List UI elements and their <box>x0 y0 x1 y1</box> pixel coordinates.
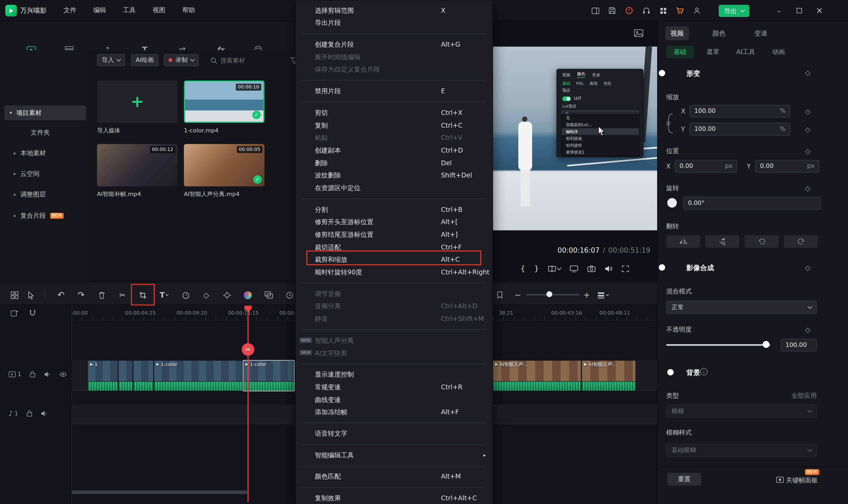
keyframe-diamond-icon[interactable]: ◇ <box>805 148 810 155</box>
keyframe-tool-icon[interactable]: ◇ <box>200 288 213 302</box>
zoom-slider-handle[interactable] <box>546 291 552 297</box>
volume-icon[interactable] <box>605 265 612 272</box>
menu-item-split[interactable]: 分割Ctrl+B <box>296 203 492 216</box>
close-button[interactable]: × <box>812 3 827 18</box>
display-device-icon[interactable] <box>570 265 578 272</box>
keyframe-diamond-icon[interactable]: ◇ <box>805 326 810 333</box>
media-tile-ai-interpolation[interactable]: 00:00:12 <box>97 144 178 186</box>
flip-vertical-button[interactable] <box>705 235 739 248</box>
store-cart-icon[interactable] <box>674 5 686 16</box>
timeline-clip[interactable] <box>119 361 133 391</box>
timeline-clip[interactable]: ▶1-color <box>154 361 242 391</box>
playhead-line[interactable] <box>247 306 249 502</box>
add-to-timeline-icon[interactable] <box>10 309 19 317</box>
blend-mode-dropdown[interactable]: 正常 <box>666 301 817 314</box>
menu-item-cut[interactable]: 剪切Ctrl+X <box>296 106 492 119</box>
opacity-field[interactable]: 100.00 <box>781 339 817 352</box>
zoom-slider-track[interactable] <box>526 294 579 295</box>
blur-style-dropdown[interactable]: 基础模糊 <box>666 444 817 457</box>
rotate-ccw-button[interactable] <box>745 235 779 248</box>
timeline-clip[interactable] <box>134 361 153 391</box>
menu-item-ripple-delete[interactable]: 波纹删除Shift+Del <box>296 169 492 182</box>
menu-item-copy-effects[interactable]: 复制效果Ctrl+Alt+C <box>296 492 492 504</box>
rotate-field[interactable]: 0.00° <box>683 197 821 210</box>
lut-toggle[interactable] <box>562 96 571 101</box>
lock-track-icon[interactable] <box>27 410 33 417</box>
menu-item-reveal-in-library[interactable]: 在资源区中定位 <box>296 182 492 194</box>
menu-item-disable-clip[interactable]: 禁用片段E <box>296 85 492 97</box>
tab-speed-props[interactable]: 变速 <box>749 26 773 40</box>
sidebar-item-compound-clip[interactable]: ▸ 复合片段 NEW <box>14 212 64 219</box>
tab-video-props[interactable]: 视频 <box>665 26 689 40</box>
keyframe-panel-button[interactable]: 关键帧面板 <box>786 477 818 483</box>
menu-item-export-clip[interactable]: 导出片段 <box>296 17 492 29</box>
color-tool-icon[interactable] <box>241 288 255 302</box>
account-user-icon[interactable] <box>691 5 703 16</box>
keyframe-diamond-icon[interactable]: ◇ <box>805 108 810 115</box>
keyframe-diamond-icon[interactable]: ◇ <box>805 185 810 192</box>
menu-item-add-freeze-frame[interactable]: 添加冻结帧Alt+F <box>296 406 492 418</box>
export-button[interactable]: 导出 <box>719 5 749 17</box>
sidebar-item-project-media[interactable]: ▾ 项目素材 <box>4 105 86 120</box>
opacity-slider-handle[interactable] <box>763 341 769 348</box>
menu-tools[interactable]: 工具 <box>119 4 140 16</box>
split-preview-icon[interactable] <box>548 265 561 272</box>
menu-item-select-clip-range[interactable]: 选择剪辑范围X <box>296 4 492 17</box>
media-tile-1-color[interactable]: 00:00:10 ✓ <box>184 80 264 123</box>
apply-all-button[interactable]: 全部应用 <box>791 393 817 399</box>
menu-file[interactable]: 文件 <box>59 4 81 16</box>
sidebar-item-local-media[interactable]: ▸ 本地素材 <box>14 150 46 156</box>
sidebar-item-folder[interactable]: 文件夹 <box>31 129 50 136</box>
overlay-subtab-hsl[interactable]: HSL <box>576 81 584 85</box>
mark-in-icon[interactable]: { <box>520 265 525 272</box>
media-tile-ai-voice-split[interactable]: 00:00:05 ✓ <box>184 144 264 186</box>
overlay-subtab-basic[interactable]: 基础 <box>562 81 570 85</box>
menu-item-speech-to-text[interactable]: 语音转文字 <box>296 428 492 440</box>
position-y-field[interactable]: 0.00px <box>755 160 819 173</box>
support-headset-icon[interactable] <box>640 5 652 16</box>
overlay-tab-speed[interactable]: 变速 <box>592 73 600 77</box>
subtab-basic[interactable]: 基础 <box>666 46 694 58</box>
subtab-ai-tools[interactable]: AI工具 <box>732 46 760 58</box>
render-status-icon[interactable] <box>623 5 635 16</box>
overlay-tab-color[interactable]: 颜色 <box>577 72 585 77</box>
overlay-subtab-curves[interactable]: 曲线 <box>590 81 598 85</box>
media-view-icon[interactable] <box>7 288 21 302</box>
zoom-in-icon[interactable]: + <box>580 288 593 302</box>
greenscreen-icon[interactable] <box>262 288 276 302</box>
menu-item-duplicate[interactable]: 创建副本Ctrl+D <box>296 144 492 157</box>
playhead-scissors-badge[interactable]: ✂ <box>242 343 255 356</box>
lut-option[interactable]: 哈利波特 <box>562 142 639 149</box>
apps-grid-icon[interactable] <box>657 5 669 16</box>
menu-edit[interactable]: 编辑 <box>89 4 110 16</box>
tab-color-props[interactable]: 颜色 <box>707 26 731 40</box>
delete-icon[interactable] <box>95 288 109 302</box>
save-project-icon[interactable] <box>606 5 618 16</box>
minimize-button[interactable]: – <box>772 3 786 18</box>
speed-ramp-icon[interactable] <box>179 288 192 302</box>
timeline-clip[interactable]: ▶AI智能人声... <box>582 361 635 391</box>
menu-item-smart-edit-tools[interactable]: 智能编辑工具▸ <box>296 449 492 461</box>
motion-track-icon[interactable] <box>220 288 234 302</box>
overlay-subtab-wheels[interactable]: 色轮 <box>603 81 611 85</box>
opacity-slider-track[interactable] <box>666 344 770 346</box>
mute-track-icon[interactable] <box>44 371 51 377</box>
timeline-clip-selected[interactable]: ▶1-color <box>243 360 295 392</box>
keyframe-diamond-icon[interactable]: ◇ <box>805 69 810 76</box>
scale-y-field[interactable]: 100.00% <box>690 123 790 136</box>
subtab-animation[interactable]: 动画 <box>765 46 792 58</box>
fullscreen-icon[interactable] <box>622 265 629 272</box>
flip-horizontal-button[interactable] <box>666 235 700 248</box>
split-scissors-icon[interactable]: ✂ <box>116 288 129 302</box>
timeline-clip[interactable]: ▶AI智能人声... <box>493 361 581 391</box>
menu-item-trim-end-to-playhead[interactable]: 修剪结尾至游标位置Alt+] <box>296 228 492 241</box>
text-tool-icon[interactable]: T <box>157 288 171 302</box>
search-input[interactable] <box>221 55 284 66</box>
menu-item-show-speed-control[interactable]: 显示速度控制 <box>296 368 492 381</box>
import-button[interactable]: 导入 <box>97 54 125 66</box>
mark-out-icon[interactable]: } <box>534 265 539 272</box>
position-x-field[interactable]: 0.00px <box>675 160 737 173</box>
menu-help[interactable]: 帮助 <box>178 4 200 16</box>
timeline-scrollbar[interactable] <box>72 490 247 494</box>
scale-link-icon[interactable] <box>665 111 675 136</box>
